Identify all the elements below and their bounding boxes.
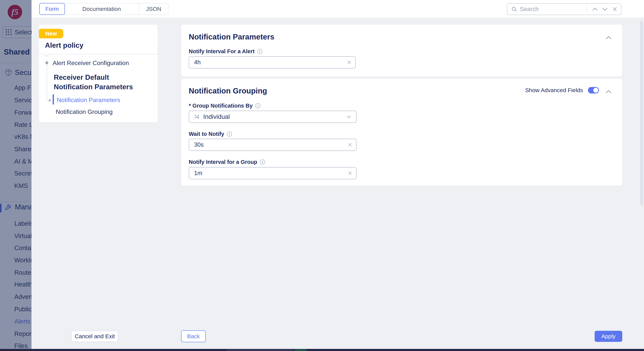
chevron-up-icon <box>592 8 598 11</box>
section-title: Notification Grouping <box>189 87 267 95</box>
section-notification-parameters: Notification Parameters Notify Interval … <box>181 25 622 77</box>
tab-json[interactable]: JSON <box>139 4 168 15</box>
view-tabs: Form Documentation JSON <box>39 3 168 15</box>
wizard-title: Alert policy <box>45 41 84 49</box>
search-icon <box>511 6 517 12</box>
info-icon[interactable]: i <box>257 49 262 54</box>
chevron-up-icon <box>605 90 612 94</box>
field-label-notify-interval-alert: Notify Interval For a Alert i <box>189 48 262 55</box>
clear-field-button[interactable] <box>346 59 353 66</box>
search-next-button[interactable] <box>600 4 610 14</box>
toggle-knob <box>593 88 598 93</box>
field-label-group-notifications-by: * Group Notifications By i <box>189 103 260 109</box>
nav-step-alert-receiver-configuration[interactable]: Alert Receiver Configuration <box>52 60 129 67</box>
group-notifications-by-select[interactable]: Individual <box>189 111 356 123</box>
nav-step-notification-parameters[interactable]: Notification Parameters <box>57 97 120 104</box>
notify-interval-group-input[interactable] <box>194 170 346 177</box>
section-collapse-button[interactable] <box>604 35 613 41</box>
info-icon[interactable]: i <box>227 131 232 137</box>
tree-arrow-icon <box>49 99 51 102</box>
nav-step-notification-grouping[interactable]: Notification Grouping <box>56 108 113 115</box>
show-advanced-fields-toggle[interactable] <box>588 87 599 94</box>
editor-header: Form Documentation JSON <box>32 0 644 18</box>
section-title: Notification Parameters <box>189 33 274 41</box>
group-notifications-by-value: Individual <box>203 113 346 120</box>
chevron-up-icon <box>605 36 612 40</box>
tab-form[interactable]: Form <box>39 3 65 15</box>
info-icon[interactable]: i <box>260 159 265 165</box>
field-notify-interval-alert <box>189 56 356 69</box>
back-button[interactable]: Back <box>181 330 206 342</box>
search-input[interactable] <box>520 6 585 13</box>
status-badge: New <box>39 29 63 38</box>
apply-button[interactable]: Apply <box>594 331 622 342</box>
editor-body: New Alert policy Alert Receiver Configur… <box>32 18 644 349</box>
field-wait-to-notify <box>189 139 356 151</box>
close-icon <box>612 7 617 12</box>
tree-connector-elbow <box>47 100 49 101</box>
section-notification-grouping: Notification Grouping Show Advanced Fiel… <box>181 79 622 186</box>
field-label-wait-to-notify: Wait to Notify i <box>189 131 232 137</box>
nav-divider <box>39 54 158 54</box>
page: f5 Select Shared C Secur App Fir Service… <box>0 0 644 351</box>
tree-connector <box>47 59 47 101</box>
nav-active-indicator <box>52 94 54 105</box>
info-icon[interactable]: i <box>255 103 260 108</box>
chevron-down-icon <box>346 115 351 118</box>
search-bar <box>507 3 621 15</box>
cancel-and-exit-button[interactable]: Cancel and Exit <box>71 331 118 342</box>
tree-bullet-icon <box>45 62 48 64</box>
notify-interval-alert-input[interactable] <box>194 59 346 66</box>
clear-field-button[interactable] <box>346 141 354 149</box>
alert-policy-editor: Form Documentation JSON <box>32 0 644 349</box>
search-clear-button[interactable] <box>610 4 620 14</box>
search-divider <box>586 6 587 13</box>
advanced-fields-control: Show Advanced Fields <box>525 87 599 94</box>
close-icon <box>348 171 352 176</box>
tab-documentation[interactable]: Documentation <box>64 4 139 15</box>
search-prev-button[interactable] <box>590 4 600 14</box>
wait-to-notify-input[interactable] <box>194 141 346 148</box>
advanced-fields-label: Show Advanced Fields <box>525 87 583 94</box>
clear-field-button[interactable] <box>346 169 354 177</box>
close-icon <box>348 143 352 147</box>
close-icon <box>347 60 352 65</box>
chevron-down-icon <box>602 8 608 11</box>
nav-step-receiver-default-notification-parameters[interactable]: Receiver Default Notification Parameters <box>54 73 145 92</box>
section-collapse-button[interactable] <box>604 89 613 95</box>
nav-collapse-caret <box>44 52 49 57</box>
wizard-nav-card: New Alert policy Alert Receiver Configur… <box>39 25 158 122</box>
field-notify-interval-group <box>189 167 356 179</box>
scrollbar-thumb[interactable] <box>640 21 643 205</box>
field-label-notify-interval-group: Notify Interval for a Group i <box>189 159 265 165</box>
shuffle-icon <box>193 114 200 120</box>
